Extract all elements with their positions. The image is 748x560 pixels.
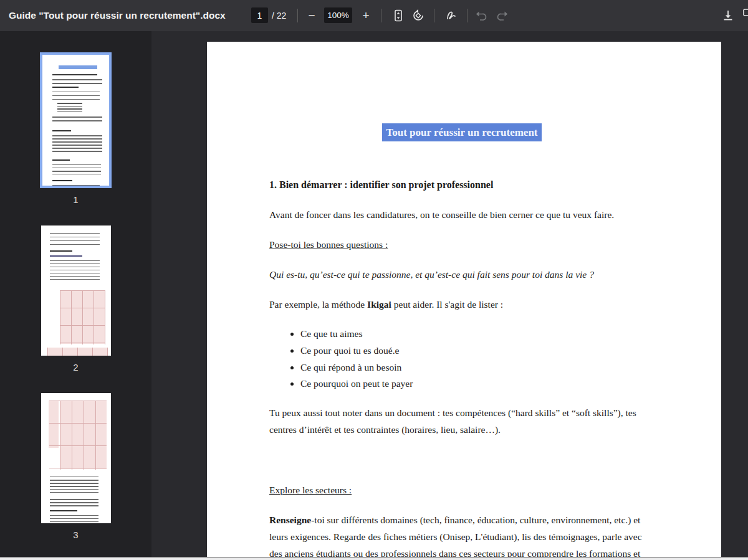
- ikigai-bold: Ikigai: [367, 299, 391, 310]
- fit-to-page-icon: [391, 9, 405, 22]
- rotate-icon: [411, 9, 425, 22]
- sectors-rest: -toi sur différents domaines (tech, fina…: [269, 515, 642, 557]
- thumbnail-label-2: 2: [73, 362, 78, 373]
- thumbnail-page-2[interactable]: [41, 225, 111, 356]
- thumbnail-page-3[interactable]: [41, 393, 111, 523]
- thumbnail-item-3: 3: [41, 393, 111, 540]
- toolbar-separator: [434, 9, 434, 22]
- section-heading: 1. Bien démarrer : identifier son projet…: [269, 176, 654, 193]
- ikigai-suffix: peut aider. Il s'agit de lister :: [391, 299, 503, 310]
- zoom-in-button[interactable]: +: [356, 6, 376, 26]
- thumbnail-label-1: 1: [73, 194, 78, 205]
- thumbnail-page-1[interactable]: [40, 52, 112, 188]
- annotate-button[interactable]: [441, 6, 461, 26]
- document-title-row: Tout pour réussir un recrutement: [269, 123, 654, 141]
- fit-to-page-button[interactable]: [388, 6, 408, 26]
- undo-icon: [474, 9, 488, 22]
- document-viewport[interactable]: Tout pour réussir un recrutement 1. Bien…: [151, 31, 748, 557]
- ikigai-prefix: Par exemple, la méthode: [269, 299, 367, 310]
- viewer-content: 1 2 3 Tout pour réussir un recrutement 1…: [0, 31, 748, 557]
- zoom-out-button[interactable]: −: [302, 6, 322, 26]
- redo-icon: [496, 9, 509, 22]
- draw-icon: [444, 9, 458, 22]
- thumbnail-item-1: 1: [40, 52, 112, 205]
- thumbnail-label-3: 3: [73, 529, 78, 540]
- paragraph-sectors: Renseigne-toi sur différents domaines (t…: [269, 511, 654, 557]
- zoom-level-display[interactable]: 100%: [324, 7, 352, 23]
- document-title: Guide "Tout pour réussir un recrutement"…: [9, 0, 226, 31]
- redo-button[interactable]: [492, 6, 512, 26]
- rotate-button[interactable]: [408, 6, 428, 26]
- toolbar-separator: [467, 9, 467, 22]
- paragraph-notes: Tu peux aussi tout noter dans un documen…: [269, 404, 654, 438]
- thumbnail-sidebar: 1 2 3: [0, 31, 151, 557]
- page-count-label: / 22: [272, 0, 286, 31]
- thumbnail-item-2: 2: [41, 225, 111, 373]
- subheading-questions: Pose-toi les bonnes questions :: [269, 239, 388, 250]
- subheading-sectors: Explore les secteurs :: [269, 485, 352, 495]
- list-item: Ce pour quoi tu es doué.e: [300, 343, 654, 359]
- paragraph-ikigai: Par exemple, la méthode Ikigai peut aide…: [269, 296, 654, 313]
- sectors-bold: Renseigne: [269, 515, 311, 525]
- document-main-title: Tout pour réussir un recrutement: [382, 123, 541, 141]
- download-button[interactable]: [718, 6, 738, 26]
- print-icon-partial[interactable]: [742, 6, 748, 26]
- download-icon: [721, 9, 735, 22]
- document-page-1[interactable]: Tout pour réussir un recrutement 1. Bien…: [207, 42, 721, 557]
- toolbar-separator: [381, 9, 381, 22]
- list-item: Ce que tu aimes: [300, 326, 654, 343]
- undo-button[interactable]: [471, 6, 491, 26]
- horizontal-scrollbar[interactable]: [0, 557, 748, 560]
- ikigai-bullet-list: Ce que tu aimes Ce pour quoi tu es doué.…: [269, 326, 654, 392]
- pdf-viewer-toolbar: Guide "Tout pour réussir un recrutement"…: [0, 0, 748, 31]
- toolbar-separator: [297, 9, 298, 22]
- paragraph-question: Qui es-tu, qu’est-ce qui te passionne, e…: [269, 266, 654, 283]
- page-number-input[interactable]: [251, 7, 268, 23]
- list-item: Ce pourquoi on peut te payer: [300, 376, 654, 392]
- list-item: Ce qui répond à un besoin: [300, 359, 654, 376]
- paragraph-intro: Avant de foncer dans les candidatures, o…: [269, 206, 654, 223]
